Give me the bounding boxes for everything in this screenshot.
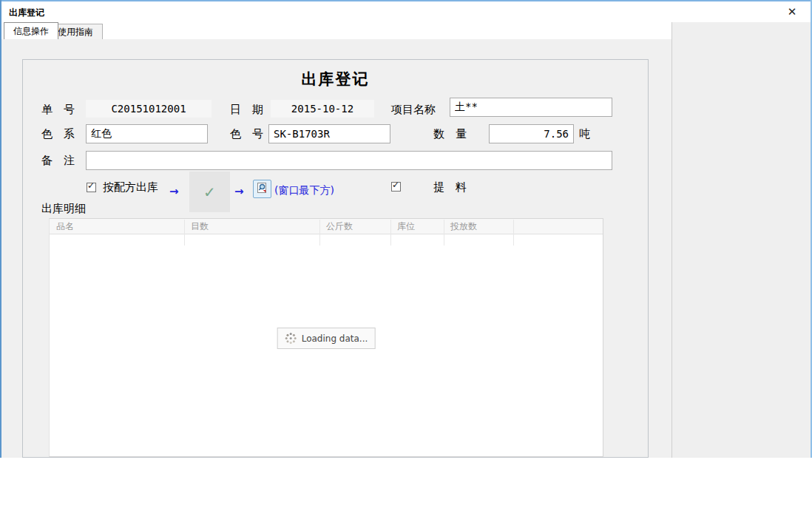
project-name-input[interactable]: [450, 98, 612, 117]
quantity-input[interactable]: [489, 124, 574, 143]
spinner-icon: [285, 333, 297, 345]
color-no-label: 色 号: [230, 127, 263, 141]
recipe-outbound-checkbox[interactable]: ✓: [87, 183, 96, 192]
column-separator: [444, 220, 444, 245]
pick-material-checkbox[interactable]: ✓: [391, 182, 401, 192]
column-header-kg[interactable]: 公斤数: [319, 219, 390, 234]
pick-material-label: 提 料: [433, 180, 467, 194]
tab-label: 使用指南: [58, 26, 93, 38]
close-button[interactable]: ✕: [777, 1, 808, 22]
arrow-right-icon: →: [169, 185, 179, 198]
date-field: 2015-10-12: [271, 100, 374, 118]
tab-label: 信息操作: [13, 25, 49, 38]
form-panel: 出库登记 单 号 C20151012001 日 期 2015-10-12 项目名…: [22, 59, 649, 458]
tab-strip: 信息操作 使用指南: [1, 22, 671, 39]
column-separator: [513, 220, 514, 245]
tab-page: 出库登记 单 号 C20151012001 日 期 2015-10-12 项目名…: [1, 39, 671, 458]
titlebar: 出库登记 ✕: [1, 1, 811, 22]
outbound-detail-section-label: 出库明细: [41, 202, 86, 216]
tab-info-operation[interactable]: 信息操作: [4, 22, 58, 39]
checkbox-check-icon: ✓: [87, 180, 95, 191]
color-no-input[interactable]: [268, 124, 390, 143]
column-header-input-qty[interactable]: 投放数: [444, 219, 513, 234]
color-series-label: 色 系: [41, 127, 75, 141]
remark-input[interactable]: [86, 151, 612, 170]
check-icon: ✓: [203, 183, 216, 201]
column-separator: [390, 220, 391, 245]
window-title: 出库登记: [9, 7, 44, 19]
remark-label: 备 注: [41, 154, 75, 168]
quantity-unit-label: 吨: [579, 127, 590, 141]
grid-header-row: 品名 目数 公斤数 库位 投放数: [50, 219, 603, 234]
arrow-right-icon: →: [234, 185, 244, 198]
column-header-product[interactable]: 品名: [50, 219, 184, 234]
column-header-location[interactable]: 库位: [390, 219, 444, 234]
window-bottom-hint: (窗口最下方): [274, 184, 334, 197]
date-label: 日 期: [230, 103, 263, 117]
loading-indicator: Loading data...: [277, 328, 376, 349]
outbound-detail-grid: 品名 目数 公斤数 库位 投放数 Loading data...: [49, 218, 603, 457]
checkbox-check-icon: ✓: [392, 180, 399, 190]
form-heading: 出库登记: [23, 69, 648, 89]
right-filler-area: [671, 22, 811, 458]
close-icon: ✕: [788, 5, 797, 18]
column-header-mesh[interactable]: 目数: [184, 219, 319, 234]
color-series-input[interactable]: [86, 124, 208, 143]
column-separator: [319, 220, 320, 245]
column-header-blank[interactable]: [513, 219, 603, 234]
order-no-field: C20151012001: [86, 100, 212, 118]
recipe-outbound-label: 按配方出库: [103, 180, 158, 194]
loading-text: Loading data...: [302, 333, 368, 344]
order-no-label: 单 号: [41, 103, 75, 117]
column-separator: [184, 220, 185, 245]
project-name-label: 项目名称: [391, 103, 436, 117]
quantity-label: 数 量: [433, 127, 467, 141]
magnifier-document-icon: [256, 182, 268, 197]
confirm-button[interactable]: ✓: [189, 172, 230, 212]
search-recipe-button[interactable]: [253, 180, 271, 198]
